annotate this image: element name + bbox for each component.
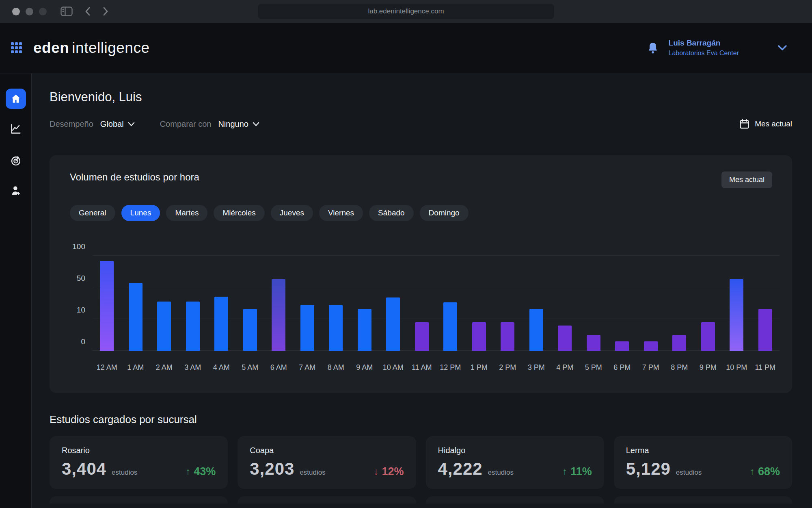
app-launcher-icon[interactable] [11,42,22,53]
chart-title: Volumen de estudios por hora [70,172,199,183]
user-chevron-down-icon[interactable] [778,45,787,51]
arrow-up-icon: ↑ [750,466,755,477]
chart-x-axis: 12 AM1 AM2 AM3 AM4 AM5 AM6 AM7 AM8 AM9 A… [93,363,780,372]
x-label-6am: 6 AM [264,363,293,372]
sidebar-toggle-icon[interactable] [60,7,73,16]
bar-2am [157,302,171,351]
compare-select-value: Ninguno [218,119,248,129]
bar-11am [415,322,429,351]
bar-slot-6am [264,256,293,351]
bar-slot-1pm [465,256,494,351]
chart-period-button[interactable]: Mes actual [721,172,772,188]
hourly-bar-chart: 01050100 12 AM1 AM2 AM3 AM4 AM5 AM6 AM7 … [70,256,780,372]
branch-study-count: 3,203 [250,459,294,479]
bar-slot-4pm [551,256,579,351]
x-label-12am: 12 AM [93,363,121,372]
arrow-down-icon: ↓ [374,466,378,477]
x-label-12pm: 12 PM [436,363,465,372]
x-label-5pm: 5 PM [579,363,608,372]
line-chart-icon [10,123,22,135]
brand-logo: eden intelligence [33,39,150,56]
bar-slot-10am [379,256,408,351]
day-tab-lunes[interactable]: Lunes [121,205,160,221]
branch-cards-row-2-peek [50,496,792,504]
user-organization: Laboratorios Eva Center [669,49,739,57]
performance-select-value: Global [100,119,124,129]
branch-card-hidalgo: Hidalgo4,222estudios↑11% [426,436,604,489]
bar-5pm [587,335,600,351]
back-icon[interactable] [85,7,91,16]
url-bar[interactable]: lab.edenintelligence.com [258,4,554,19]
user-plus-icon [10,185,22,196]
bar-6am [272,279,285,351]
sidebar-item-goals[interactable] [10,155,22,166]
period-selector[interactable]: Mes actual [739,119,792,129]
branch-unit-label: estudios [300,469,325,477]
filter-row: Desempeño Global Comparar con Ninguno Me… [50,119,792,129]
bar-12pm [443,302,457,351]
window-zoom-button[interactable] [39,8,47,15]
performance-label: Desempeño [50,119,93,129]
bar-7pm [644,341,658,351]
branch-delta-percent: 43% [194,465,216,478]
bar-10am [386,297,400,351]
branch-cards-row: Rosario3,404estudios↑43%Coapa3,203estudi… [50,436,792,489]
bar-slot-6pm [608,256,637,351]
x-label-8pm: 8 PM [665,363,694,372]
x-label-1am: 1 AM [121,363,150,372]
compare-label: Comparar con [160,119,212,129]
brand-intelligence: intelligence [72,39,149,56]
window-close-button[interactable] [12,8,20,15]
day-tab-miércoles[interactable]: Miércoles [214,205,264,221]
bell-icon[interactable] [648,42,658,54]
bar-slot-3am [179,256,207,351]
performance-select[interactable]: Global [100,119,135,129]
branch-unit-label: estudios [676,469,702,477]
window-minimize-button[interactable] [26,8,33,15]
x-label-11am: 11 AM [408,363,436,372]
user-menu[interactable]: Luis Barragán Laboratorios Eva Center [669,38,739,57]
calendar-icon [739,119,749,129]
x-label-7am: 7 AM [293,363,322,372]
window-controls [12,8,47,15]
day-tab-sábado[interactable]: Sábado [369,205,414,221]
day-tab-domingo[interactable]: Domingo [420,205,469,221]
day-tab-viernes[interactable]: Viernes [319,205,363,221]
day-tab-jueves[interactable]: Jueves [271,205,313,221]
x-label-5am: 5 AM [236,363,265,372]
main-content: Bienvenido, Luis Desempeño Global Compar… [32,74,812,508]
x-label-2am: 2 AM [150,363,179,372]
branch-delta-percent: 11% [570,465,592,478]
branch-card-peek [50,496,228,504]
target-icon [10,155,22,166]
branches-section-title: Estudios cargados por sucursal [50,413,792,426]
x-label-4pm: 4 PM [551,363,579,372]
sidebar-item-analytics[interactable] [10,123,22,135]
sidebar-item-patients[interactable] [10,185,22,196]
day-tab-general[interactable]: General [70,205,115,221]
bar-4am [214,297,228,351]
bar-slot-9am [350,256,379,351]
x-label-3am: 3 AM [179,363,207,372]
bar-11pm [758,309,772,351]
y-tick-0: 0 [70,337,85,346]
compare-select[interactable]: Ninguno [218,119,259,129]
y-tick-50: 50 [70,274,85,283]
sidebar-item-home[interactable] [6,89,26,109]
arrow-up-icon: ↑ [562,466,567,477]
branch-name: Lerma [626,446,780,455]
branch-delta: ↓12% [374,465,404,478]
x-label-11pm: 11 PM [751,363,780,372]
x-label-1pm: 1 PM [465,363,494,372]
branch-name: Hidalgo [438,446,592,455]
branch-card-peek [238,496,416,504]
page-title: Bienvenido, Luis [50,90,792,104]
day-tab-martes[interactable]: Martes [166,205,207,221]
chevron-down-icon [128,122,135,126]
bar-slot-9pm [694,256,723,351]
bar-4pm [558,326,572,351]
forward-icon[interactable] [103,7,108,16]
x-label-9pm: 9 PM [694,363,723,372]
branch-card-lerma: Lerma5,129estudios↑68% [614,436,792,489]
bar-slot-12pm [436,256,465,351]
